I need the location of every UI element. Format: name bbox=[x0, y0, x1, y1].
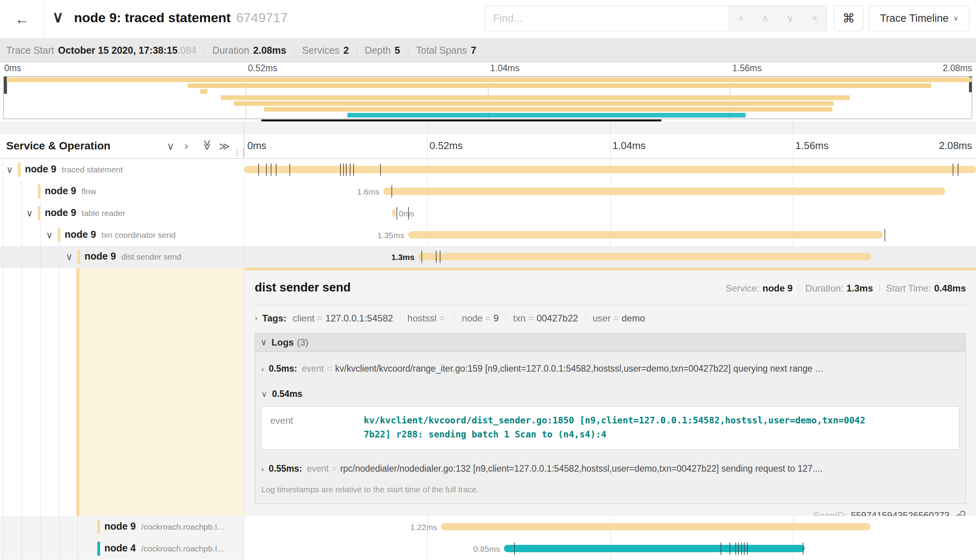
log-entry-expanded-header[interactable]: ∨0.54ms bbox=[255, 382, 965, 405]
span-name-cell[interactable]: ∨node 9dist sender send bbox=[0, 246, 244, 268]
tag-value: 9 bbox=[493, 313, 499, 324]
span-duration-label: 1.6ms bbox=[357, 187, 383, 197]
log-marker-tick bbox=[340, 163, 341, 176]
service-operation-header: Service & Operation ∨›≫≫ bbox=[0, 134, 244, 158]
view-options-dropdown[interactable]: Trace Timeline ∨ bbox=[869, 5, 969, 31]
operation-name: flow bbox=[82, 187, 96, 196]
summary-value: 2 bbox=[344, 45, 349, 56]
span-row--cockroach-roachpb-i-[interactable]: node 9/cockroach.roachpb.I...1.22ms bbox=[0, 516, 976, 538]
tree-guide-line bbox=[59, 224, 59, 560]
timeline-minimap: 0ms0.52ms1.04ms1.56ms2.08ms bbox=[0, 62, 976, 121]
logs-header[interactable]: ∨ Logs (3) bbox=[255, 334, 965, 352]
clear-search-icon[interactable]: × bbox=[812, 12, 818, 25]
span-color-bar bbox=[76, 268, 79, 516]
separator bbox=[400, 313, 400, 323]
span-name-cell[interactable]: ∨node 9txn coordinator send bbox=[0, 224, 244, 246]
span-duration-bar[interactable] bbox=[504, 545, 805, 552]
span-duration-bar[interactable] bbox=[408, 231, 883, 239]
expand-all-icon[interactable]: ≫ bbox=[219, 140, 230, 153]
span-timeline-cell[interactable] bbox=[244, 159, 976, 181]
equals-sign: = bbox=[327, 363, 332, 374]
span-timeline-cell[interactable]: 1.22ms bbox=[244, 516, 976, 538]
span-name-cell[interactable]: node 9flow bbox=[0, 181, 244, 202]
span-name-cell[interactable]: node 9/cockroach.roachpb.I... bbox=[0, 516, 244, 538]
service-color-bar bbox=[78, 250, 80, 264]
span-row-flow[interactable]: node 9flow1.6ms bbox=[0, 181, 976, 202]
tag-value: 127.0.0.1:54582 bbox=[326, 313, 393, 324]
equals-sign: = bbox=[439, 313, 445, 324]
span-id-row: SpanID: 5597415943526560273 bbox=[255, 510, 966, 516]
chevron-down-icon[interactable]: ∨ bbox=[46, 230, 53, 241]
tags-label: Tags: bbox=[262, 313, 286, 324]
span-id-value: 5597415943526560273 bbox=[851, 510, 950, 516]
collapse-deep-icon[interactable]: ≫ bbox=[201, 140, 213, 151]
log-marker-tick bbox=[735, 542, 736, 555]
keyboard-shortcuts-button[interactable]: ⌘ bbox=[834, 5, 863, 31]
log-marker-tick bbox=[258, 163, 259, 176]
chevron-down-icon[interactable]: ∨ bbox=[66, 251, 73, 262]
collapse-all-icon[interactable]: ∨ bbox=[167, 140, 174, 153]
span-row-table-reader[interactable]: ∨node 9table reader0ms bbox=[0, 202, 976, 224]
service-name: node 9 bbox=[45, 207, 76, 218]
find-input[interactable] bbox=[485, 6, 729, 31]
link-icon[interactable] bbox=[955, 510, 966, 516]
span-name: node 9/cockroach.roachpb.I... bbox=[104, 521, 224, 532]
span-duration-bar[interactable] bbox=[441, 523, 870, 530]
tags-accordion[interactable]: › Tags: client=127.0.0.1:54582hostssl=no… bbox=[255, 313, 966, 324]
chevron-down-icon[interactable]: ∨ bbox=[26, 208, 33, 219]
span-duration-bar[interactable] bbox=[383, 188, 945, 195]
log-entry[interactable]: ›0.5ms:event=kv/kvclient/kvcoord/range_i… bbox=[255, 355, 965, 382]
back-button[interactable]: ← bbox=[0, 0, 44, 38]
span-row-traced-statement[interactable]: ∨node 9traced statement bbox=[0, 159, 976, 181]
expand-one-icon[interactable]: › bbox=[185, 140, 188, 152]
span-row-dist-sender-send[interactable]: ∨node 9dist sender send1.3ms bbox=[0, 246, 976, 268]
span-row-txn-coordinator-send[interactable]: ∨node 9txn coordinator send1.35ms bbox=[0, 224, 976, 246]
column-resizer-grip[interactable] bbox=[237, 148, 244, 157]
span-timeline-cell[interactable]: 1.3ms bbox=[244, 246, 976, 268]
span-timeline-cell[interactable]: 1.35ms bbox=[244, 224, 976, 246]
span-name-cell[interactable]: ∨node 9table reader bbox=[0, 202, 244, 224]
minimap-axis-tick: 1.04ms bbox=[490, 63, 520, 74]
log-marker-tick bbox=[741, 542, 742, 555]
timeline-axis-tick: 2.08ms bbox=[939, 140, 972, 152]
span-duration-bar[interactable] bbox=[418, 253, 871, 260]
back-arrow-icon: ← bbox=[15, 11, 30, 28]
span-duration-bar[interactable] bbox=[392, 209, 396, 217]
summary-value-suffix: .084 bbox=[178, 45, 197, 56]
log-field-value: kv/kvclient/kvcoord/dist_sender.go:1850 … bbox=[348, 407, 882, 449]
span-timeline-cell[interactable]: 1.6ms bbox=[244, 181, 976, 202]
span-duration-label: 1.3ms bbox=[391, 253, 419, 262]
summary-label: Trace Start bbox=[6, 45, 54, 56]
trace-title: node 9: traced statement bbox=[74, 10, 231, 25]
minimap-axis-tick: 2.08ms bbox=[943, 63, 972, 74]
span-name-cell[interactable]: node 4/cockroach.roachpb.I... bbox=[0, 538, 244, 560]
minimap-gap-strip bbox=[0, 121, 976, 134]
operation-name: dist sender send bbox=[122, 252, 181, 261]
timeline-header-row: Service & Operation ∨›≫≫ 0ms0.52ms1.04ms… bbox=[0, 134, 976, 159]
span-row--cockroach-roachpb-i-[interactable]: node 4/cockroach.roachpb.I...0.85ms bbox=[0, 538, 976, 560]
log-marker-tick bbox=[744, 542, 745, 555]
span-timeline-cell[interactable]: 0ms bbox=[244, 202, 976, 224]
chevron-right-icon: › bbox=[261, 364, 264, 374]
next-result-icon[interactable]: ∨ bbox=[786, 12, 794, 25]
span-name-cell[interactable]: ∨node 9traced statement bbox=[0, 159, 244, 181]
trace-header-collapse-icon[interactable]: ∨ bbox=[52, 8, 63, 26]
minimap-canvas[interactable] bbox=[4, 76, 972, 119]
chevron-right-icon: › bbox=[261, 464, 264, 474]
top-bar: ← ∨ node 9: traced statement6749717 ⌖∧∨×… bbox=[0, 0, 976, 39]
span-detail-left-fill bbox=[76, 268, 244, 516]
prev-result-icon[interactable]: ∧ bbox=[761, 12, 769, 25]
log-entry[interactable]: ›0.55ms:event=rpc/nodedialer/nodedialer.… bbox=[255, 455, 965, 482]
log-marker-tick bbox=[721, 542, 721, 555]
minimap-span-bar bbox=[188, 83, 931, 88]
chevron-down-icon[interactable]: ∨ bbox=[6, 164, 13, 175]
span-detail-title: dist sender send bbox=[255, 281, 351, 295]
equals-sign: = bbox=[613, 313, 619, 324]
summary-value: 7 bbox=[471, 45, 476, 56]
log-marker-tick bbox=[440, 251, 440, 263]
span-duration-label: 1.35ms bbox=[377, 231, 408, 240]
logs-count: (3) bbox=[297, 337, 308, 348]
span-name: node 9dist sender send bbox=[85, 251, 181, 262]
span-timeline-cell[interactable]: 0.85ms bbox=[244, 538, 976, 560]
locate-icon[interactable]: ⌖ bbox=[738, 12, 743, 25]
